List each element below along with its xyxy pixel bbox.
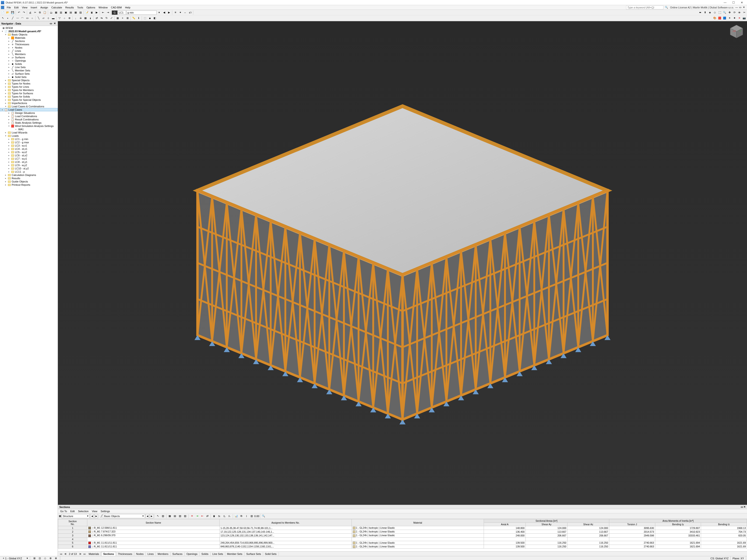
menu-edit[interactable]: Edit xyxy=(12,6,20,9)
tree-load-cases[interactable]: ▸📋Load Cases xyxy=(0,108,58,111)
snap-button[interactable]: ⌖ xyxy=(120,16,125,21)
tb-num[interactable]: 0.00 xyxy=(254,514,259,518)
tree-wa1[interactable]: ▫WA1 xyxy=(0,128,58,131)
tab-sections[interactable]: Sections xyxy=(101,552,116,556)
surface-button[interactable]: ▱ xyxy=(41,16,46,21)
tree-special-objects[interactable]: ▸Special Objects xyxy=(0,79,58,82)
window-minimize-icon[interactable]: — xyxy=(735,6,739,9)
sections-menu-settings[interactable]: Settings xyxy=(99,510,111,513)
tab-next[interactable]: ▶ xyxy=(79,552,82,555)
tree-basic-objects[interactable]: ▾Basic Objects xyxy=(0,33,58,36)
sb-snap2[interactable]: ⊡ xyxy=(37,556,42,560)
col-bending-iy[interactable]: Bending Iy xyxy=(655,523,701,526)
tree-lc9---w-y2[interactable]: ▸LC9 - w,y2 xyxy=(0,164,58,167)
tree-members[interactable]: ▸╲Members xyxy=(0,53,58,56)
tree-lc6---st-x2[interactable]: ▸LC6 - st,x2 xyxy=(0,154,58,157)
tree-types-for-special-objects[interactable]: ▸Types for Special Objects xyxy=(0,98,58,102)
tb-fx2[interactable]: fᵪ xyxy=(222,514,227,518)
print-button[interactable]: 🖨 xyxy=(28,10,32,15)
render-shade-button[interactable]: ◧ xyxy=(152,16,157,21)
cut-button[interactable]: ✂ xyxy=(33,10,37,15)
tree-lc2---g-max[interactable]: ▸LC2 - g max xyxy=(0,141,58,144)
tree-types-for-solids[interactable]: ▸Types for Solids xyxy=(0,95,58,98)
3d-viewport[interactable]: +X -Y xyxy=(58,21,747,505)
align-right-button[interactable]: ⇥ xyxy=(105,10,110,15)
lc-next-button[interactable]: ▶ xyxy=(167,10,171,15)
tb-calc[interactable]: 🖩 xyxy=(212,514,216,518)
menu-cad-bim[interactable]: CAD-BIM xyxy=(109,6,123,9)
tree-lc4---st-x1[interactable]: ▸LC4 - st,x1 xyxy=(0,147,58,151)
tab-line-sets[interactable]: Line Sets xyxy=(211,552,225,556)
dropdown-caret[interactable]: ▾ xyxy=(157,10,161,15)
tree-sections[interactable]: ▸╱Sections xyxy=(0,39,58,43)
tree-nodes[interactable]: ▸•Nodes xyxy=(0,46,58,49)
tab-solids[interactable]: Solids xyxy=(200,552,211,556)
undo-button[interactable]: ↶ xyxy=(17,10,21,15)
ortho-button[interactable]: ⊞ xyxy=(125,16,130,21)
tb-delete[interactable]: ✕ xyxy=(189,514,194,518)
tree-static-analysis-settings[interactable]: ▸📋Static Analysis Settings xyxy=(0,121,58,124)
open-file-button[interactable]: 📂 xyxy=(5,10,10,15)
grid-button[interactable]: ▦ xyxy=(115,16,120,21)
search-icon[interactable]: 🔍 xyxy=(665,6,668,9)
tree-surfaces[interactable]: ▸▱Surfaces xyxy=(0,56,58,59)
load-force-button[interactable]: ↓ xyxy=(73,16,78,21)
tab-thicknesses[interactable]: Thicknesses xyxy=(116,552,134,556)
status-coord[interactable]: ⌖1 - Global XYZ ▾ xyxy=(1,556,30,560)
tree-load-wizards[interactable]: ▸Load Wizards xyxy=(0,131,58,134)
views-button[interactable]: ▣ xyxy=(63,10,68,15)
tb-fx3[interactable]: fₓ xyxy=(227,514,232,518)
tb-d[interactable]: ▨ xyxy=(183,514,187,518)
panel-button[interactable]: ▥ xyxy=(59,10,63,15)
tab-surface-sets[interactable]: Surface Sets xyxy=(244,552,263,556)
move-button[interactable]: ⇄ xyxy=(94,16,99,21)
render-solid-button[interactable]: ■ xyxy=(148,16,152,21)
tb-sync[interactable]: ⇄ xyxy=(205,514,210,518)
tree-lc11---p[interactable]: ▸LC11 - p xyxy=(0,170,58,174)
tables-button[interactable]: ▦ xyxy=(54,10,58,15)
tree-solid-sets[interactable]: ▸■Solid Sets xyxy=(0,75,58,79)
color3-button[interactable]: 🟦 xyxy=(722,16,727,21)
sb-snap1[interactable]: ⊞ xyxy=(32,556,37,560)
zoom-fit-button[interactable]: ⛶ xyxy=(717,10,722,15)
structure-prev[interactable]: ◀ xyxy=(90,514,94,518)
tb-select[interactable]: ↖ xyxy=(155,514,160,518)
save-file-button[interactable]: 💾 xyxy=(10,10,15,15)
tb-copy[interactable]: ⧉ xyxy=(239,514,244,518)
menu-tools[interactable]: Tools xyxy=(75,6,85,9)
sections-menu-view[interactable]: View xyxy=(91,510,99,513)
tree-results[interactable]: ▸Results xyxy=(0,177,58,180)
filter-button[interactable]: ✳ xyxy=(173,10,178,15)
load-line-button[interactable]: ⇊ xyxy=(78,16,83,21)
basicobj-prev[interactable]: ◀ xyxy=(146,514,149,518)
tree-file[interactable]: ▾📄2022.03 Modell gesamt.rf5* xyxy=(0,30,58,33)
table-row[interactable]: 3▯R_M1 6.299/39.370123,124,129,130,132,1… xyxy=(58,534,747,537)
sections-menu-selection[interactable]: Selection xyxy=(77,510,90,513)
sections-dock-button[interactable]: ▭ xyxy=(741,505,743,508)
tb-units[interactable]: I xyxy=(244,514,249,518)
navigator-button[interactable]: 🗂 xyxy=(49,10,53,15)
scale-button[interactable]: ⤢ xyxy=(109,16,114,21)
loadcase-name-dropdown[interactable]: g min xyxy=(126,10,157,15)
tree-solids[interactable]: ▸■Solids xyxy=(0,62,58,65)
tab-openings[interactable]: Openings xyxy=(185,552,200,556)
extra2-button[interactable]: ✷ xyxy=(732,16,737,21)
opening-button[interactable]: ◊ xyxy=(46,16,51,21)
iso2-button[interactable]: ◇ xyxy=(713,10,717,15)
align-left-button[interactable]: ⇤ xyxy=(101,10,105,15)
redo-button[interactable]: ↷ xyxy=(22,10,26,15)
tab-surfaces[interactable]: Surfaces xyxy=(171,552,184,556)
tree-lc10---st-y2[interactable]: ▸LC10 - st,y2 xyxy=(0,167,58,170)
tree-lc3---w-x1[interactable]: ▸LC3 - w,x1 xyxy=(0,144,58,147)
tree-types-for-nodes[interactable]: ▸Types for Nodes xyxy=(0,82,58,85)
tb-cols[interactable]: ▥ xyxy=(249,514,254,518)
sections-menu-go-to[interactable]: Go To xyxy=(59,510,69,513)
zoom-window-button[interactable]: 🔍 xyxy=(722,10,727,15)
loadcase-id-dropdown[interactable]: LC1 xyxy=(118,10,126,15)
tab-solid-sets[interactable]: Solid Sets xyxy=(263,552,279,556)
tab-members[interactable]: Members xyxy=(156,552,171,556)
navigator-dock-button[interactable]: ▭ xyxy=(49,22,53,25)
tb-import[interactable]: ⇥ xyxy=(195,514,199,518)
structure-combo[interactable]: Structure▾ xyxy=(61,514,89,518)
menu-calculate[interactable]: Calculate xyxy=(50,6,64,9)
